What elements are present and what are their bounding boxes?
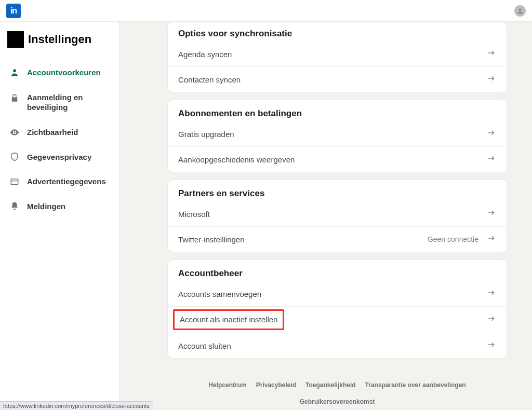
sidebar-item-advertentiegegevens[interactable]: Advertentiegegevens [6,169,113,194]
arrow-right-icon [487,74,496,85]
row-label: Agenda syncen [178,50,232,59]
row-account-sluiten[interactable]: Account sluiten [168,333,507,358]
svg-rect-3 [11,179,18,185]
linkedin-logo[interactable]: in [6,4,21,18]
footer-link-privacybeleid[interactable]: Privacybeleid [256,381,296,389]
footer-link-transparantie[interactable]: Transparantie over aanbevelingen [365,381,466,389]
eye-icon [9,127,20,138]
row-label: Account als inactief instellen [180,315,277,324]
card-abonnementen: Abonnementen en betalingen Gratis upgrad… [167,100,507,172]
row-status: Geen connectie [428,235,478,243]
card-accountbeheer: Accountbeheer Accounts samenvoegen Accou… [167,259,507,359]
card-header: Opties voor synchronisatie [168,22,507,44]
bell-icon [9,201,20,211]
sidebar-item-aanmelding[interactable]: Aanmelding en beveiliging [6,85,113,120]
avatar[interactable] [514,5,526,17]
row-label: Gratis upgraden [178,130,234,139]
sidebar-item-label: Gegevensprivacy [27,152,91,162]
page-title: Instellingen [28,33,91,46]
row-label: Microsoft [178,210,210,218]
lock-icon [9,93,20,103]
statusbar-url: https://www.linkedin.com/mypreferences/d… [0,401,153,410]
row-label: Aankoopgeschiedenis weergeven [178,155,295,164]
sidebar-item-meldingen[interactable]: Meldingen [6,194,113,219]
sidebar-title-icon [7,31,24,48]
svg-point-1 [13,69,16,72]
card-header: Accountbeheer [168,260,507,284]
row-label: Twitter-instelllingen [178,235,245,244]
row-aankoopgeschiedenis[interactable]: Aankoopgeschiedenis weergeven [168,146,507,172]
sidebar-item-zichtbaarheid[interactable]: Zichtbaarheid [6,120,113,145]
topbar: in [0,0,532,22]
row-label: Account sluiten [178,341,231,350]
card-header: Abonnementen en betalingen [168,100,507,124]
arrow-right-icon [487,288,496,299]
sidebar-item-label: Meldingen [27,201,65,212]
footer-link-toegankelijkheid[interactable]: Toegankelijkheid [305,381,355,389]
row-label: Accounts samenvoegen [178,290,261,298]
footer: Helpcentrum Privacybeleid Toegankelijkhe… [167,366,507,410]
row-label: Contacten syncen [178,75,241,84]
row-account-inactief[interactable]: Account als inactief instellen [168,306,507,333]
main-content: Opties voor synchronisatie Agenda syncen… [119,22,532,410]
person-icon [9,68,20,77]
arrow-right-icon [487,340,496,351]
row-twitter[interactable]: Twitter-instelllingen Geen connectie [168,226,507,252]
row-gratis-upgraden[interactable]: Gratis upgraden [168,124,507,146]
sidebar: Instellingen Accountvoorkeuren Aanmeldin… [0,22,119,410]
row-microsoft[interactable]: Microsoft [168,204,507,226]
highlight-annotation: Account als inactief instellen [173,309,284,330]
shield-icon [9,152,20,161]
svg-point-0 [519,8,522,11]
arrow-right-icon [487,314,496,325]
arrow-right-icon [487,208,496,220]
person-icon [516,7,524,15]
sidebar-title-row: Instellingen [6,31,113,48]
card-partners: Partners en services Microsoft Twitter-i… [167,180,507,252]
card-synchronisatie: Opties voor synchronisatie Agenda syncen… [167,22,507,92]
sidebar-item-label: Aanmelding en beveiliging [27,92,110,113]
sidebar-item-label: Zichtbaarheid [27,127,78,138]
row-accounts-samenvoegen[interactable]: Accounts samenvoegen [168,284,507,306]
sidebar-item-label: Advertentiegegevens [27,176,106,187]
arrow-right-icon [487,128,496,140]
svg-point-2 [14,131,15,133]
sidebar-item-label: Accountvoorkeuren [27,67,101,78]
footer-link-helpcentrum[interactable]: Helpcentrum [208,381,246,389]
row-agenda-syncen[interactable]: Agenda syncen [168,44,507,66]
sidebar-item-accountvoorkeuren[interactable]: Accountvoorkeuren [6,60,113,85]
footer-links-row-1: Helpcentrum Privacybeleid Toegankelijkhe… [167,381,507,405]
ad-icon [9,177,20,186]
footer-link-gebruikersovereenkomst[interactable]: Gebruikersovereenkomst [300,398,375,405]
card-header: Partners en services [168,180,507,204]
arrow-right-icon [487,48,496,60]
row-contacten-syncen[interactable]: Contacten syncen [168,66,507,92]
sidebar-item-gegevensprivacy[interactable]: Gegevensprivacy [6,145,113,170]
arrow-right-icon [487,154,496,165]
arrow-right-icon [487,234,496,245]
